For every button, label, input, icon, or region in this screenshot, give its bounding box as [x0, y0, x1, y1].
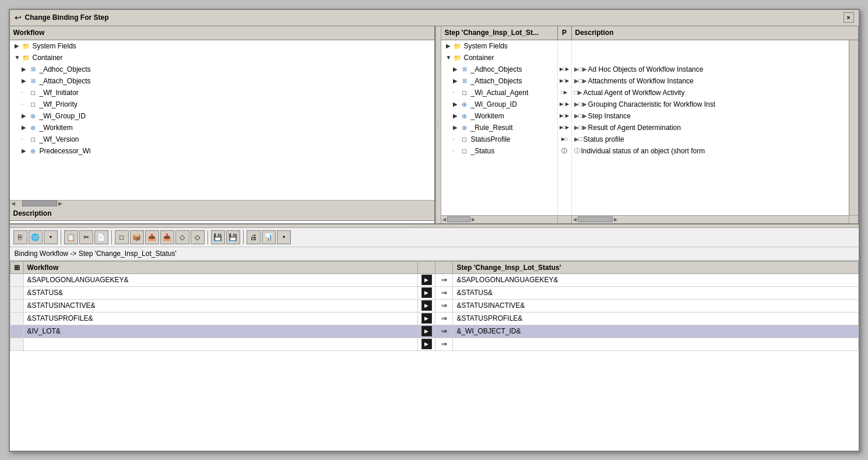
- world-icon: ⊕: [460, 100, 469, 109]
- expand-icon[interactable]: ▶: [453, 101, 459, 107]
- right-hscroll-area[interactable]: ◀ ▶ ◀ ▶: [441, 215, 858, 223]
- tree-row[interactable]: ▶ ⊕ _Workitem: [441, 110, 557, 122]
- expand-icon[interactable]: ▶: [453, 78, 459, 84]
- tree-label: Container: [33, 54, 63, 62]
- expand-icon[interactable]: ▶: [22, 113, 27, 119]
- toolbar-diamond1-btn[interactable]: ◇: [175, 230, 189, 244]
- world-icon: ⊕: [460, 123, 469, 132]
- hscroll-thumb[interactable]: [447, 216, 470, 222]
- table-row-empty[interactable]: ▶ ⇒: [10, 338, 858, 350]
- play-button[interactable]: ▶: [421, 287, 432, 298]
- workflow-cell: [23, 338, 418, 350]
- toolbar-separator: [208, 230, 208, 244]
- square-icon: □: [460, 146, 469, 156]
- table-row[interactable]: &STATUS& ▶ ⇒ &STATUS&: [10, 286, 858, 299]
- toolbar-dot-btn[interactable]: ▾: [44, 230, 58, 244]
- expand-icon[interactable]: ▶: [22, 78, 27, 84]
- toolbar-extra-btn[interactable]: ▾: [277, 230, 291, 244]
- hscroll-seg3[interactable]: ◀ ▶: [572, 216, 849, 223]
- play-cell[interactable]: ▶: [418, 338, 435, 350]
- toolbar-save1-btn[interactable]: 💾: [211, 230, 225, 244]
- desc-body[interactable]: Ad Hoc Objects of Workflow Instance Atta…: [10, 221, 434, 223]
- workflow-tree-body[interactable]: ▶ 📁 System Fields ▼ 📁 Container ▶ ⊞: [10, 40, 434, 200]
- tree-row[interactable]: ▶ ⊞ _Attach_Objects: [441, 75, 557, 87]
- expand-icon[interactable]: ▶: [22, 66, 27, 72]
- close-button[interactable]: ×: [844, 12, 854, 23]
- play-button[interactable]: ▶: [421, 339, 432, 349]
- tree-row[interactable]: · □ _Wf_Version: [10, 134, 434, 145]
- tree-row[interactable]: ▶ 📁 System Fields: [441, 40, 557, 52]
- tree-row[interactable]: · □ StatusProfile: [441, 134, 557, 145]
- tree-row[interactable]: ▶ ⊕ _Wi_Group_ID: [441, 99, 557, 110]
- hscroll-thumb[interactable]: [578, 216, 613, 222]
- play-cell[interactable]: ▶: [418, 273, 435, 286]
- toolbar-new-btn[interactable]: □: [115, 230, 129, 244]
- table-row[interactable]: &STATUSPROFILE& ▶ ⇒ &STATUSPROFILE&: [10, 312, 858, 325]
- binding-table-wrap[interactable]: ⊞ Workflow Step 'Change_Insp_Lot_Status'…: [10, 261, 859, 451]
- toolbar-diamond2-btn[interactable]: ◇: [191, 230, 205, 244]
- toolbar-paste-btn[interactable]: 📄: [94, 230, 108, 244]
- play-cell[interactable]: ▶: [418, 299, 435, 312]
- tree-row[interactable]: ▶ ⊕ _Workitem: [10, 122, 434, 134]
- table-row[interactable]: &SAPLOGONLANGUAGEKEY& ▶ ⇒ &SAPLOGONLANGU…: [10, 273, 858, 286]
- p-row: ▶□▶: [558, 110, 571, 122]
- expand-icon[interactable]: ▼: [446, 54, 452, 61]
- arrow-cell: ⇒: [435, 312, 453, 325]
- row-icon-cell: [10, 312, 23, 325]
- tree-row[interactable]: · □ _Wf_Priority: [10, 99, 434, 110]
- hscroll-seg1[interactable]: ◀ ▶: [441, 216, 558, 223]
- expand-icon[interactable]: ▶: [446, 43, 452, 49]
- tree-row[interactable]: · □ _Wi_Actual_Agent: [441, 87, 557, 99]
- row-icon-cell: [10, 273, 23, 286]
- play-button[interactable]: ▶: [421, 275, 432, 285]
- play-cell[interactable]: ▶: [418, 286, 435, 299]
- expand-icon[interactable]: ▶: [22, 148, 27, 154]
- toolbar-copy-binding-btn[interactable]: ⎘: [13, 230, 27, 244]
- expand-icon[interactable]: ▶: [453, 124, 459, 131]
- tree-row[interactable]: ▶ ⊞ _Attach_Objects: [10, 75, 434, 87]
- toolbar-print-btn[interactable]: 🖨: [247, 230, 261, 244]
- toolbar-export-btn[interactable]: 📤: [145, 230, 159, 244]
- tree-row[interactable]: ▶ ⊕ Predecessor_Wi: [10, 145, 434, 157]
- tree-row[interactable]: · □ _Status: [441, 145, 557, 157]
- expand-icon[interactable]: ▶: [453, 66, 459, 72]
- expand-icon[interactable]: ▼: [15, 54, 20, 61]
- step-cell: &STATUSINACTIVE&: [453, 299, 858, 312]
- play-button[interactable]: ▶: [421, 300, 432, 311]
- step-cell: &STATUSPROFILE&: [453, 312, 858, 325]
- tree-row[interactable]: ▶ 📁 System Fields: [10, 40, 434, 52]
- tree-row[interactable]: ▼ 📁 Container: [441, 52, 557, 64]
- toolbar-import-btn[interactable]: 📥: [160, 230, 174, 244]
- tree-row[interactable]: ▶ ⊕ _Wi_Group_ID: [10, 110, 434, 122]
- tree-row[interactable]: · □ _Wf_Initiator: [10, 87, 434, 99]
- toolbar-report-btn[interactable]: 📊: [262, 230, 276, 244]
- play-button[interactable]: ▶: [421, 326, 432, 336]
- tree-row[interactable]: ▶ ⊞ _Adhoc_Objects: [441, 64, 557, 75]
- table-row-selected[interactable]: &IV_LOT& ▶ ⇒ &_WI_OBJECT_ID&: [10, 325, 858, 338]
- hscroll-thumb[interactable]: [22, 201, 57, 206]
- toolbar-cut-btn[interactable]: ✂: [79, 230, 93, 244]
- toolbar-separator: [111, 230, 112, 244]
- toolbar-open-btn[interactable]: 📦: [130, 230, 144, 244]
- step-tree-names[interactable]: ▶ 📁 System Fields ▼ 📁 Container ▶ ⊞ _Adh…: [441, 40, 558, 215]
- table-row[interactable]: &STATUSINACTIVE& ▶ ⇒ &STATUSINACTIVE&: [10, 299, 858, 312]
- expand-icon[interactable]: ▶: [15, 43, 20, 49]
- square-icon: □: [460, 135, 469, 144]
- left-tree-hscroll[interactable]: ◀ ▶: [10, 200, 434, 207]
- tree-row[interactable]: ▼ 📁 Container: [10, 52, 434, 64]
- toolbar-world-btn[interactable]: 🌐: [29, 230, 43, 244]
- tree-row[interactable]: ▶ ⊕ _Rule_Result: [441, 122, 557, 134]
- play-cell[interactable]: ▶: [418, 325, 435, 338]
- toolbar-copy-btn[interactable]: 📋: [64, 230, 78, 244]
- play-button[interactable]: ▶: [421, 313, 432, 324]
- pane-divider[interactable]: · · · · ·: [435, 26, 441, 223]
- workflow-cell: &STATUSINACTIVE&: [23, 299, 418, 312]
- toolbar-save2-btn[interactable]: 💾: [226, 230, 240, 244]
- expand-icon[interactable]: ▶: [453, 113, 459, 119]
- p-row: ▶□▶: [558, 99, 571, 110]
- expand-icon[interactable]: ▶: [22, 124, 27, 131]
- tree-label: _Wi_Group_ID: [40, 112, 86, 120]
- tree-row[interactable]: ▶ ⊞ _Adhoc_Objects: [10, 64, 434, 75]
- play-cell[interactable]: ▶: [418, 312, 435, 325]
- right-desc-col[interactable]: ▶□▶Ad Hoc Objects of Workflow Instance ▶…: [572, 40, 849, 215]
